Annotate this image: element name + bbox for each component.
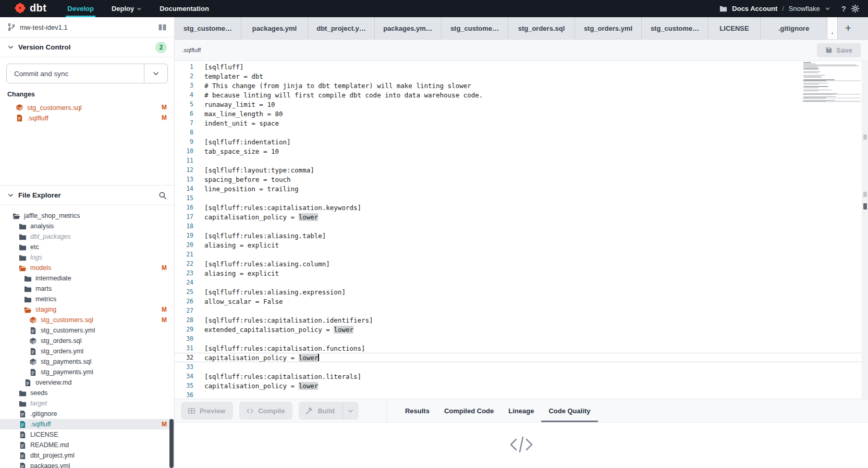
code-line[interactable]: 36 xyxy=(175,390,868,399)
file-tree-item[interactable]: README.md xyxy=(0,440,174,450)
code-line[interactable]: 35 capitalisation_policy = lower xyxy=(175,381,868,390)
code-line[interactable]: 18 xyxy=(175,221,868,231)
file-tree-item[interactable]: stg_orders.sql xyxy=(0,336,174,346)
file-tree-item[interactable]: seeds xyxy=(0,388,174,398)
code-line[interactable]: 3 # This change (from jinja to dbt templ… xyxy=(175,81,868,90)
file-tree-item[interactable]: metrics xyxy=(0,294,174,304)
code-line[interactable]: 30 xyxy=(175,334,868,343)
gear-icon[interactable] xyxy=(851,4,860,13)
editor-tab[interactable]: stg_orders.sql xyxy=(508,17,575,39)
version-control-header[interactable]: Version Control 2 xyxy=(0,38,174,57)
code-editor[interactable]: 1 [sqlfluff] 2 templater = dbt 3 # This … xyxy=(175,61,868,399)
code-line[interactable]: 4 # because linting will first compile d… xyxy=(175,90,868,100)
code-line[interactable]: 32 capitalisation_policy = lower xyxy=(175,353,868,362)
code-line[interactable]: 8 xyxy=(175,128,868,137)
code-line[interactable]: 20 aliasing = explicit xyxy=(175,240,868,250)
connection-name[interactable]: Snowflake xyxy=(789,5,820,13)
code-line[interactable]: 25 [sqlfluff:rules:aliasing.expression] xyxy=(175,287,868,297)
file-tree-item[interactable]: dbt_project.yml xyxy=(0,450,174,461)
code-line[interactable]: 16 [sqlfluff:rules:capitalisation.keywor… xyxy=(175,203,868,212)
help-icon[interactable]: ? xyxy=(841,4,846,13)
editor-tab[interactable]: packages.yml xyxy=(241,17,308,39)
code-line[interactable]: 9 [sqlfluff:indentation] xyxy=(175,137,868,146)
action-button[interactable]: Preview xyxy=(181,402,233,420)
bottom-tab[interactable]: Code Quality xyxy=(541,399,597,422)
partial-editor-tab[interactable]: . xyxy=(827,17,838,39)
file-tree-item[interactable]: stg_payments.sql xyxy=(0,356,174,367)
editor-tab[interactable]: stg_orders.yml xyxy=(575,17,642,39)
editor-scrollbar[interactable] xyxy=(862,61,868,399)
account-name[interactable]: Docs Account xyxy=(732,5,777,13)
code-line[interactable]: 33 xyxy=(175,362,868,372)
file-tree-item[interactable]: etc xyxy=(0,242,174,252)
code-line[interactable]: 14 line_position = trailing xyxy=(175,184,868,193)
code-line[interactable]: 27 xyxy=(175,306,868,315)
code-line[interactable]: 2 templater = dbt xyxy=(175,71,868,81)
code-line[interactable]: 7 indent_unit = space xyxy=(175,118,868,128)
file-tree-item[interactable]: analysis xyxy=(0,221,174,231)
file-tree-item[interactable]: target xyxy=(0,398,174,409)
file-tree-item[interactable]: staging M xyxy=(0,304,174,315)
minimap[interactable] xyxy=(802,62,861,103)
search-icon[interactable] xyxy=(158,191,167,200)
nav-item[interactable]: Deploy xyxy=(112,0,142,17)
file-tree-item[interactable]: .sqlfluff M xyxy=(0,419,174,429)
editor-tab[interactable]: stg_custome… xyxy=(642,17,708,39)
file-tree-item[interactable]: LICENSE xyxy=(0,429,174,440)
changed-file-row[interactable]: stg_customers.sql M xyxy=(0,102,174,113)
file-tree-item[interactable]: logs xyxy=(0,252,174,263)
action-button[interactable]: Compile xyxy=(239,402,292,420)
editor-tab[interactable]: stg_custome… xyxy=(175,17,241,39)
docs-panel-icon[interactable] xyxy=(158,23,167,32)
file-explorer-header[interactable]: File Explorer xyxy=(0,185,174,205)
changed-file-row[interactable]: .sqlfluff M xyxy=(0,113,174,123)
file-tree-item[interactable]: packages.yml xyxy=(0,461,174,468)
code-line[interactable]: 1 [sqlfluff] xyxy=(175,62,868,71)
editor-tab[interactable]: LICENSE xyxy=(708,17,761,39)
bottom-tab[interactable]: Lineage xyxy=(501,399,541,422)
code-line[interactable]: 22 [sqlfluff:rules:aliasing.column] xyxy=(175,259,868,268)
file-tree-item[interactable]: stg_payments.yml xyxy=(0,367,174,377)
editor-tab[interactable]: .gitignore xyxy=(761,17,827,39)
code-line[interactable]: 5 runaway_limit = 10 xyxy=(175,100,868,109)
bottom-tab[interactable]: Results xyxy=(398,399,437,422)
code-line[interactable]: 34 [sqlfluff:rules:capitalisation.litera… xyxy=(175,372,868,381)
code-line[interactable]: 13 spacing_before = touch xyxy=(175,175,868,184)
commit-and-sync-button[interactable]: Commit and sync xyxy=(6,64,168,83)
file-tree-item[interactable]: stg_orders.yml xyxy=(0,346,174,356)
code-line[interactable]: 23 aliasing = explicit xyxy=(175,268,868,278)
file-tree-item[interactable]: stg_customers.sql M xyxy=(0,315,174,325)
code-line[interactable]: 19 [sqlfluff:rules:aliasing.table] xyxy=(175,231,868,240)
file-tree-item[interactable]: marts xyxy=(0,284,174,294)
file-tree-item[interactable]: jaffle_shop_metrics xyxy=(0,211,174,221)
editor-tab[interactable]: stg_custome… xyxy=(442,17,508,39)
dbt-logo[interactable]: dbt xyxy=(14,0,46,17)
file-tree-item[interactable]: models M xyxy=(0,263,174,273)
code-line[interactable]: 31 [sqlfluff:rules:capitalisation.functi… xyxy=(175,343,868,353)
editor-tab[interactable]: packages.ym… xyxy=(375,17,442,39)
code-line[interactable]: 24 xyxy=(175,278,868,287)
code-line[interactable]: 17 capitalisation_policy = lower xyxy=(175,212,868,221)
file-tree-item[interactable]: intermediate xyxy=(0,273,174,284)
new-tab-button[interactable]: + xyxy=(838,17,859,39)
nav-item[interactable]: Documentation xyxy=(160,0,209,17)
build-options-toggle[interactable] xyxy=(343,402,359,420)
editor-tab[interactable]: dbt_project.y… xyxy=(308,17,375,39)
code-line[interactable]: 28 [sqlfluff:rules:capitalisation.identi… xyxy=(175,315,868,325)
code-line[interactable]: 10 tab_space_size = 10 xyxy=(175,146,868,156)
chevron-down-icon[interactable] xyxy=(825,6,830,11)
commit-options-toggle[interactable] xyxy=(144,64,167,83)
code-line[interactable]: 12 [sqlfluff:layout:type:comma] xyxy=(175,165,868,175)
code-line[interactable]: 6 max_line_length = 80 xyxy=(175,109,868,118)
file-tree-item[interactable]: stg_customers.yml xyxy=(0,325,174,336)
file-tree-item[interactable]: dbt_packages xyxy=(0,231,174,242)
code-line[interactable]: 21 xyxy=(175,250,868,259)
action-button[interactable]: Build xyxy=(299,402,359,420)
file-tree-item[interactable]: .gitignore xyxy=(0,409,174,419)
sidebar-scrollbar[interactable] xyxy=(169,419,174,468)
nav-item[interactable]: Develop xyxy=(67,0,94,17)
code-line[interactable]: 15 xyxy=(175,193,868,203)
code-line[interactable]: 11 xyxy=(175,156,868,165)
code-line[interactable]: 29 extended_capitalisation_policy = lowe… xyxy=(175,325,868,334)
bottom-tab[interactable]: Compiled Code xyxy=(437,399,501,422)
